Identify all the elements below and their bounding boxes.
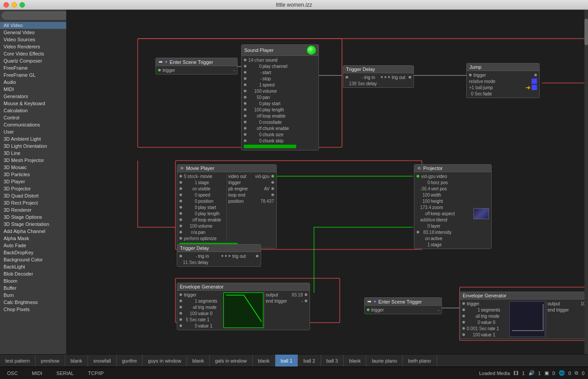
trigger-delay-1-title: Trigger Delay xyxy=(346,67,375,72)
sidebar-item-3d-stage-orientation[interactable]: 3D Stage Orientation xyxy=(0,221,66,228)
sidebar-item-quartz-composer[interactable]: Quartz Composer xyxy=(0,57,66,64)
sidebar-item-blob-decoder[interactable]: Blob Decoder xyxy=(0,270,66,277)
enter-scene-trigger-1-node[interactable]: ➡ ✦ Enter Scene Trigger trigger - xyxy=(155,58,238,75)
sidebar-item-3d-light-orientation[interactable]: 3D Light Orientation xyxy=(0,142,66,150)
tab-gals-in-window[interactable]: gals in window xyxy=(210,355,253,367)
sidebar-item-3d-particles[interactable]: 3D Particles xyxy=(0,171,66,178)
tab-blank2[interactable]: blank xyxy=(187,355,210,367)
sidebar-item-3d-projector[interactable]: 3D Projector xyxy=(0,185,66,192)
sidebar-item-3d-renderer[interactable]: 3D Renderer xyxy=(0,206,66,213)
envelope-gen-2-title: Envelope Generator xyxy=(463,293,506,298)
sidebar-item-3d-player[interactable]: 3D Player xyxy=(0,178,66,185)
tab-snowfall[interactable]: snowfall xyxy=(88,355,117,367)
sidebar-item-freefame-gl[interactable]: FreeFrame GL xyxy=(0,71,66,79)
tab-blank1[interactable]: blank xyxy=(65,355,88,367)
tab-ball2[interactable]: ball 2 xyxy=(298,355,321,367)
sidebar-item-alpha-mask[interactable]: Alpha Mask xyxy=(0,235,66,242)
tab-blank4[interactable]: blank xyxy=(344,355,366,367)
scroll-thumb[interactable] xyxy=(584,19,588,45)
sidebar-item-video-renderers[interactable]: Video Renderers xyxy=(0,43,66,50)
sidebar-item-auto-fade[interactable]: Auto Fade xyxy=(0,242,66,249)
sidebar-item-3d-mesh-projector[interactable]: 3D Mesh Projector xyxy=(0,157,66,164)
tab-test-pattern[interactable]: test pattern xyxy=(0,355,36,367)
search-bar: ✕ 📷 ▶ xyxy=(0,10,66,22)
sidebar-item-generators[interactable]: Generators xyxy=(0,93,66,100)
sidebar-item-general-video[interactable]: General Video xyxy=(0,29,66,36)
close-button[interactable] xyxy=(4,2,9,8)
sidebar-item-mouse-keyboard[interactable]: Mouse & Keyboard xyxy=(0,100,66,107)
envelope-chart-2 xyxy=(509,301,545,337)
title-bar: little women.izz xyxy=(0,0,588,10)
sidebar-item-all-video[interactable]: All Video xyxy=(0,22,66,29)
sidebar-item-video-sources[interactable]: Video Sources xyxy=(0,36,66,43)
sidebar-item-bloom[interactable]: Bloom xyxy=(0,277,66,284)
tab-gunfire[interactable]: gunfire xyxy=(117,355,143,367)
sidebar-item-freefame[interactable]: FreeFrame xyxy=(0,64,66,71)
sidebar-item-backdrop-key[interactable]: BackDropKey xyxy=(0,249,66,256)
sidebar-item-buffer[interactable]: Buffer xyxy=(0,284,66,292)
envelope-gen-2-node[interactable]: Envelope Generator trigger 1segments all… xyxy=(460,292,588,339)
sidebar-item-add-alpha-channel[interactable]: Add Alpha Channel xyxy=(0,228,66,235)
sidebar-item-3d-ambient-light[interactable]: 3D Ambient Light xyxy=(0,135,66,142)
search-input[interactable] xyxy=(2,12,67,20)
maximize-button[interactable] xyxy=(20,2,25,8)
tab-guys-in-window[interactable]: guys in window xyxy=(143,355,187,367)
net-count: 0 xyxy=(568,371,571,376)
midi-tab[interactable]: MIDI xyxy=(28,370,46,377)
tab-ball1[interactable]: ball 1 xyxy=(275,355,298,367)
movie-player-title: Movie Player xyxy=(186,166,215,171)
sidebar-item-core-video-effects[interactable]: Core Video Effects xyxy=(0,50,66,57)
tab-preshow[interactable]: preshow xyxy=(36,355,65,367)
sidebar-item-calculation[interactable]: Calculation xyxy=(0,107,66,114)
minimize-button[interactable] xyxy=(12,2,17,8)
trigger-delay-1-node[interactable]: Trigger Delay - trig in ✦✦✦ trig out 138… xyxy=(343,65,414,88)
trigger-delay-2-node[interactable]: Trigger Delay - trig in ✦✦✦ trig out 11 … xyxy=(177,244,261,267)
envelope-gen-1-node[interactable]: Envelope Generator trigger 1segments all… xyxy=(177,283,310,330)
canvas-area[interactable]: ➡ ✦ Enter Scene Trigger trigger - Sound … xyxy=(67,10,588,354)
media-count: 1 xyxy=(522,371,524,376)
tab-laurie-plano[interactable]: laurie plano xyxy=(366,355,403,367)
tcp-ip-tab[interactable]: TCP/IP xyxy=(84,370,107,377)
sound-player-node[interactable]: Sound Player 14:charr sound 0play channe… xyxy=(241,44,319,150)
projector-title: Projector xyxy=(423,166,443,171)
sidebar-item-audio[interactable]: Audio xyxy=(0,79,66,86)
sidebar-item-communications[interactable]: Communications xyxy=(0,121,66,128)
speaker-icon: 🔊 xyxy=(528,370,535,376)
sidebar-item-midi[interactable]: MIDI xyxy=(0,86,66,93)
projector-node[interactable]: 👁 Projector vid-gpuvideo 0horz pos -36.4… xyxy=(414,164,492,249)
tab-ball3[interactable]: ball 3 xyxy=(321,355,344,367)
traffic-lights xyxy=(4,2,25,8)
sidebar-item-user[interactable]: User xyxy=(0,128,66,135)
enter-scene-trigger-1-icon: ➡ xyxy=(159,59,163,65)
sidebar-item-3d-rect-project[interactable]: 3D Rect Project xyxy=(0,199,66,206)
sidebar-item-burn[interactable]: Burn xyxy=(0,292,66,299)
sidebar: ✕ 📷 ▶ All VideoGeneral VideoVideo Source… xyxy=(0,10,67,354)
status-section: Loaded Media 🎞 1 🔊 1 ▣ 0 🌐 0 ⧉ 0 xyxy=(479,370,584,376)
sidebar-item-background-color[interactable]: Background Color xyxy=(0,256,66,263)
status-bar: OSC MIDI SERIAL TCP/IP Loaded Media 🎞 1 … xyxy=(0,367,588,379)
trigger-delay-2-title: Trigger Delay xyxy=(180,245,209,251)
sidebar-item-3d-mosaic[interactable]: 3D Mosaic xyxy=(0,164,66,171)
globe-icon: 🌐 xyxy=(559,370,565,376)
osc-tab[interactable]: OSC xyxy=(4,370,21,377)
sidebar-item-chop-pixels[interactable]: Chop Pixels xyxy=(0,306,66,313)
sidebar-item-control[interactable]: Control xyxy=(0,114,66,121)
sidebar-item-3d-quad-distort[interactable]: 3D Quad Distort xyxy=(0,192,66,199)
jump-node[interactable]: Jump trigger relative mode +1 ball jump … xyxy=(466,63,540,98)
video-icon: ▣ xyxy=(544,370,549,376)
tab-blank3[interactable]: blank xyxy=(253,355,275,367)
film-icon: 🎞 xyxy=(513,371,518,376)
sidebar-item-calc-brightness[interactable]: Calc Brightness xyxy=(0,299,66,306)
scroll-track[interactable] xyxy=(584,10,588,354)
serial-tab[interactable]: SERIAL xyxy=(53,370,77,377)
movie-player-node[interactable]: 👁 Movie Player 5:stock-movie 1stage onvi… xyxy=(177,164,277,249)
enter-scene-trigger-1-label: Enter Scene Trigger xyxy=(170,59,213,65)
enter-scene-trigger-2-node[interactable]: ➡ ✦ Enter Scene Trigger trigger - xyxy=(364,297,442,314)
tab-beth-plano[interactable]: beth plano xyxy=(403,355,437,367)
envelope-gen-1-title: Envelope Generator xyxy=(180,284,223,289)
sidebar-item-3d-stage-options[interactable]: 3D Stage Options xyxy=(0,213,66,221)
sidebar-item-3d-line[interactable]: 3D Line xyxy=(0,150,66,157)
sidebar-item-backlight[interactable]: BackLight xyxy=(0,263,66,270)
enter-scene-trigger-2-label: Enter Scene Trigger xyxy=(378,299,422,304)
jump-block xyxy=(532,85,537,90)
